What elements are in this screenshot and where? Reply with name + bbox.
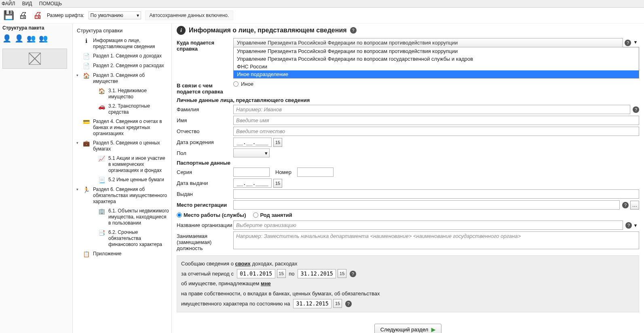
browse-button[interactable]: … — [630, 201, 639, 210]
org-input[interactable] — [233, 221, 623, 230]
tree-item[interactable]: 🏢6.1. Объекты недвижимого имущества, нах… — [73, 206, 171, 228]
tree-label: 3.2. Транспортные средства — [108, 103, 169, 115]
tree-label: 6.1. Объекты недвижимого имущества, нахо… — [108, 208, 169, 226]
help-icon[interactable]: ? — [625, 222, 632, 229]
number-input[interactable] — [297, 168, 334, 177]
package-structure-title: Структура пакета — [0, 23, 72, 32]
position-label: Занимаемая (замещаемая) должность — [177, 231, 233, 251]
asof-date-input[interactable] — [293, 299, 332, 308]
summary-block: Сообщаю сведения о своих доходах, расход… — [177, 255, 639, 312]
gender-label: Пол — [177, 148, 233, 156]
registration-input[interactable] — [233, 200, 620, 210]
destination-dropdown: Управление Президента Российской Федерац… — [233, 47, 639, 78]
add-people-icon[interactable]: 👥 — [39, 34, 48, 43]
name-input[interactable] — [233, 116, 639, 125]
tree-label: Раздел 6. Сведения об обязательствах иму… — [93, 187, 169, 205]
issued-by-input[interactable] — [233, 189, 639, 199]
number-label: Номер — [275, 169, 291, 175]
tree-icon: 📋 — [82, 251, 90, 257]
tree-item[interactable]: 📑6.2. Срочные обязательства финансового … — [73, 228, 171, 249]
chevron-down-icon[interactable]: ▼ — [632, 40, 639, 46]
tree-label: Раздел 2. Сведения о расходах — [93, 63, 164, 69]
tree-label: Раздел 5. Сведения о ценных бумагах — [93, 140, 169, 152]
reference-structure-panel: Структура справки ℹИнформация о лице, пр… — [73, 23, 172, 333]
menu-file[interactable]: ФАЙЛ — [2, 1, 15, 6]
period-to-input[interactable] — [298, 269, 336, 278]
tree-label: 5.1 Акции и иное участие в коммерческих … — [108, 155, 169, 174]
print-icon[interactable] — [18, 10, 28, 21]
dropdown-option[interactable]: Управление Президента Российской Федерац… — [234, 47, 639, 55]
menu-help[interactable]: ПОМОЩЬ — [39, 1, 62, 6]
package-thumbnail[interactable] — [2, 49, 67, 69]
period-from-input[interactable] — [237, 269, 275, 278]
series-input[interactable] — [233, 168, 270, 177]
dropdown-option[interactable]: ФНС России — [234, 63, 639, 70]
tree-item[interactable]: 🚗3.2. Транспортные средства — [73, 102, 171, 117]
save-icon[interactable] — [3, 10, 14, 21]
font-size-label: Размер шрифта: — [47, 13, 84, 18]
tree-icon: 📄 — [82, 63, 90, 69]
tree-item[interactable]: 📄Раздел 2. Сведения о расходах — [73, 61, 171, 71]
series-label: Серия — [177, 168, 233, 175]
add-people-icon[interactable]: 👥 — [27, 34, 36, 43]
dropdown-option[interactable]: Иное подразделение — [234, 70, 639, 78]
calendar-icon[interactable]: 15 — [338, 269, 346, 278]
tree-item[interactable]: ℹИнформация о лице, представляющем сведе… — [73, 36, 171, 51]
dob-input[interactable] — [233, 138, 272, 147]
reason-other-radio[interactable] — [233, 81, 239, 87]
main-form: i Информация о лице, представляющем свед… — [172, 23, 644, 333]
tree-label: Раздел 1. Сведения о доходах — [93, 53, 162, 59]
destination-combo[interactable]: Управление Президента Российской Федерац… — [233, 38, 639, 47]
toolbar: Размер шрифта: По умолчанию ▾ Автосохран… — [0, 8, 644, 23]
tree-item[interactable]: 📋Приложение — [73, 249, 171, 259]
menu-view[interactable]: ВИД — [22, 1, 32, 6]
calendar-icon[interactable]: 15 — [273, 179, 282, 188]
font-size-select[interactable]: По умолчанию ▾ — [89, 11, 141, 19]
calendar-icon[interactable]: 15 — [277, 269, 286, 278]
tree-item[interactable]: 🏠3.1. Недвижимое имущество — [73, 86, 171, 102]
surname-input[interactable] — [233, 105, 630, 114]
tree-icon: 📄 — [82, 53, 90, 59]
help-icon[interactable]: ? — [633, 106, 639, 113]
calendar-icon[interactable]: 15 — [333, 299, 342, 308]
registration-label: Место регистрации — [177, 200, 233, 208]
print-color-icon[interactable] — [32, 10, 43, 21]
tree-item[interactable]: 💳Раздел 4. Сведения о счетах в банках и … — [73, 117, 171, 138]
tree-icon: 🏠 — [82, 72, 90, 79]
name-label: Имя — [177, 116, 233, 123]
tree-label: Приложение — [93, 251, 121, 257]
issue-date-input[interactable] — [233, 178, 272, 188]
tree-label: Раздел 4. Сведения о счетах в банках и и… — [93, 119, 169, 137]
help-icon[interactable]: ? — [345, 301, 352, 307]
tree-item[interactable]: 📄Раздел 1. Сведения о доходах — [73, 51, 171, 61]
calendar-icon[interactable]: 15 — [273, 138, 282, 147]
package-structure-panel: Структура пакета 👤 👤 👥 👥 — [0, 23, 73, 333]
help-icon[interactable]: ? — [350, 271, 356, 277]
dropdown-option[interactable]: Управление Президента Российской Федерац… — [234, 55, 639, 63]
help-icon[interactable]: ? — [622, 202, 629, 208]
help-icon[interactable]: ? — [350, 27, 357, 34]
gender-select[interactable]: ▾ — [233, 148, 270, 157]
tree-icon: ℹ — [82, 38, 90, 44]
add-person-icon[interactable]: 👤 — [2, 34, 11, 43]
tree-icon: 🚗 — [98, 103, 105, 110]
tree-icon: 🏢 — [98, 208, 105, 214]
help-icon[interactable]: ? — [625, 40, 631, 46]
position-input[interactable] — [233, 231, 639, 249]
tree-item[interactable]: 📈5.1 Акции и иное участие в коммерческих… — [73, 154, 171, 175]
tree-item[interactable]: ▾🏃Раздел 6. Сведения об обязательствах и… — [73, 185, 171, 206]
workplace-radio[interactable]: Место работы (службы) — [177, 212, 246, 218]
tree-label: 3.1. Недвижимое имущество — [108, 88, 169, 100]
next-section-button[interactable]: Следующий раздел▶ — [374, 324, 442, 333]
issue-date-label: Дата выдачи — [177, 178, 233, 186]
reference-structure-title: Структура справки — [73, 25, 171, 36]
tree-item[interactable]: 📃5.2 Иные ценные бумаги — [73, 175, 171, 185]
chevron-down-icon[interactable]: ▼ — [632, 223, 639, 228]
tree-item[interactable]: ▾💼Раздел 5. Сведения о ценных бумагах — [73, 138, 171, 154]
occupation-radio[interactable]: Род занятий — [253, 212, 292, 218]
tree-icon: 🏃 — [82, 187, 90, 193]
patronymic-input[interactable] — [233, 127, 639, 136]
tree-icon: 📈 — [98, 155, 105, 162]
add-person-icon[interactable]: 👤 — [15, 34, 23, 43]
tree-item[interactable]: ▾🏠Раздел 3. Сведения об имуществе — [73, 71, 171, 86]
